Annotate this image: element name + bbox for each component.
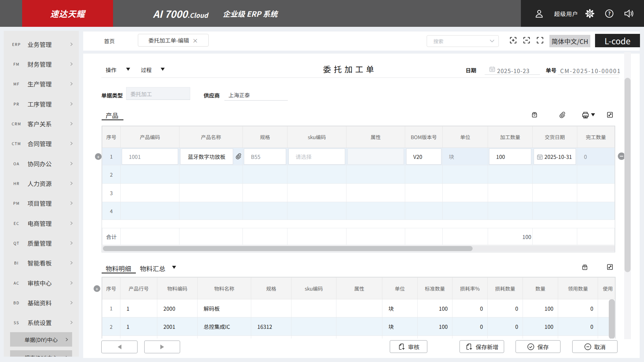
svg-text:?: ? <box>608 10 611 17</box>
